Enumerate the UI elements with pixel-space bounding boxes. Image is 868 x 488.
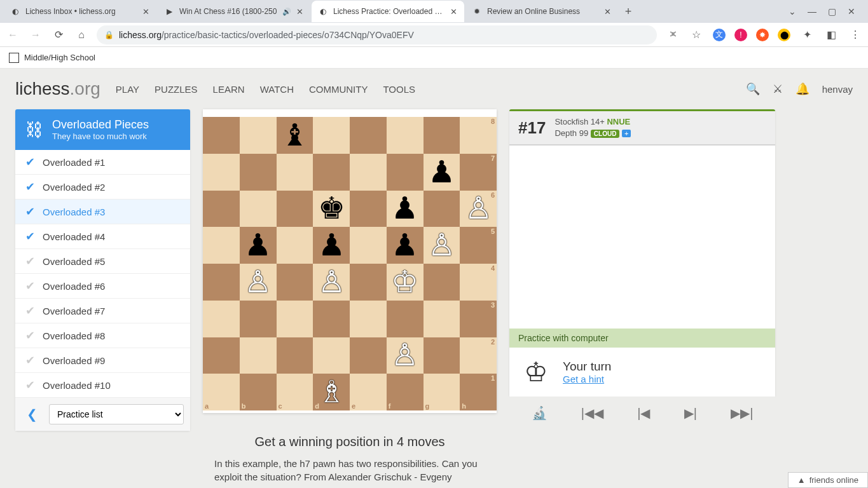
microscope-icon[interactable]: 🔬 [532,405,548,421]
search-icon[interactable]: 🔍 [746,82,760,96]
menu-icon[interactable]: ⋮ [848,27,863,43]
piece-h6[interactable]: ♙ [460,191,497,227]
square-b6[interactable] [240,191,277,227]
piece-g5[interactable]: ♙ [424,227,460,264]
plus-badge[interactable]: + [622,130,631,137]
square-a7[interactable] [203,154,240,191]
square-h1[interactable]: 1h [460,374,497,410]
challenge-icon[interactable]: ⚔ [773,82,783,96]
piece-d6[interactable]: ♚ [313,191,350,227]
browser-tab[interactable]: ▶Win At Chess #16 (1800-250🔊✕ [158,1,310,22]
nav-link[interactable]: TOOLS [383,84,415,95]
browser-tab[interactable]: ◐Lichess Inbox • lichess.org✕ [4,1,156,22]
chessboard[interactable]: 8765432abcdefg1h♝♟♟♙♚♟♟♟♙♙♙♔♙♗ [203,117,497,410]
square-b3[interactable] [240,301,277,337]
practice-list-select[interactable]: Practice list [49,404,184,424]
prev-move-button[interactable]: |◀ [637,405,650,421]
piece-b4[interactable]: ♙ [240,264,277,301]
nav-link[interactable]: WATCH [260,84,294,95]
square-b8[interactable] [240,117,277,154]
square-b2[interactable] [240,337,277,374]
square-c2[interactable] [277,337,313,374]
square-a3[interactable] [203,301,240,337]
maximize-button[interactable]: ▢ [828,6,836,17]
square-b1[interactable]: b [240,374,277,410]
close-window-button[interactable]: ✕ [848,6,855,17]
site-logo[interactable]: lichess.org [15,79,100,99]
piece-c8[interactable]: ♝ [277,117,313,154]
square-e2[interactable] [350,337,387,374]
practice-back-button[interactable]: ❮ [22,404,43,424]
nav-link[interactable]: PLAY [116,84,139,95]
browser-tab[interactable]: ✹Review an Online Business✕ [465,1,618,22]
square-h5[interactable]: 5 [460,227,497,264]
sidepanel-icon[interactable]: ◧ [823,27,839,43]
piece-d1[interactable]: ♗ [313,374,350,410]
square-e6[interactable] [350,191,387,227]
square-a5[interactable] [203,227,240,264]
practice-item[interactable]: ✔Overloaded #10 [15,373,190,398]
square-f7[interactable] [387,154,424,191]
extension-translate-icon[interactable]: 文 [713,29,726,41]
square-e3[interactable] [350,301,387,337]
practice-item[interactable]: ✔Overloaded #5 [15,249,190,274]
bookmark-item[interactable]: Middle/High School [24,53,95,62]
chevron-down-icon[interactable]: ⌄ [789,6,796,17]
square-c6[interactable] [277,191,313,227]
back-button[interactable]: ← [5,27,20,43]
square-a1[interactable]: a [203,374,240,410]
square-h7[interactable]: 7 [460,154,497,191]
piece-f6[interactable]: ♟ [387,191,424,227]
nav-link[interactable]: PUZZLES [155,84,198,95]
hint-link[interactable]: Get a hint [563,374,604,384]
square-c3[interactable] [277,301,313,337]
reload-button[interactable]: ⟳ [51,27,66,43]
square-c1[interactable]: c [277,374,313,410]
square-f1[interactable]: f [387,374,424,410]
address-bar[interactable]: 🔒 lichess.org/practice/basic-tactics/ove… [97,25,657,44]
extensions-icon[interactable]: ✦ [799,27,815,43]
square-g1[interactable]: g [424,374,460,410]
square-e8[interactable] [350,117,387,154]
audio-icon[interactable]: 🔊 [282,8,291,16]
friends-bar[interactable]: ▲ friends online [788,472,868,488]
extension-orange-icon[interactable]: ✸ [756,29,769,41]
star-icon[interactable]: ☆ [689,27,704,43]
square-g4[interactable] [424,264,460,301]
browser-tab[interactable]: ◐Lichess Practice: Overloaded Pie✕ [312,1,464,22]
piece-f4[interactable]: ♔ [387,264,424,301]
first-move-button[interactable]: |◀◀ [581,405,603,421]
square-d8[interactable] [313,117,350,154]
extension-pink-icon[interactable]: ! [734,29,747,41]
square-d3[interactable] [313,301,350,337]
practice-item[interactable]: ✔Overloaded #9 [15,348,190,373]
square-a8[interactable] [203,117,240,154]
close-tab-icon[interactable]: ✕ [449,7,458,16]
bell-icon[interactable]: 🔔 [796,82,809,96]
nav-link[interactable]: COMMUNITY [309,84,368,95]
piece-d4[interactable]: ♙ [313,264,350,301]
username[interactable]: henvay [822,84,853,95]
practice-item[interactable]: ✔Overloaded #4 [15,224,190,249]
square-c4[interactable] [277,264,313,301]
nav-link[interactable]: LEARN [213,84,245,95]
square-c5[interactable] [277,227,313,264]
forward-button[interactable]: → [28,27,43,43]
practice-item[interactable]: ✔Overloaded #1 [15,150,190,175]
square-h8[interactable]: 8 [460,117,497,154]
next-move-button[interactable]: ▶| [684,405,697,421]
home-button[interactable]: ⌂ [74,27,89,43]
square-g3[interactable] [424,301,460,337]
practice-item[interactable]: ✔Overloaded #8 [15,323,190,348]
square-d2[interactable] [313,337,350,374]
piece-d5[interactable]: ♟ [313,227,350,264]
square-g6[interactable] [424,191,460,227]
practice-item[interactable]: ✔Overloaded #6 [15,274,190,299]
square-c7[interactable] [277,154,313,191]
piece-f5[interactable]: ♟ [387,227,424,264]
practice-item[interactable]: ✔Overloaded #7 [15,299,190,323]
practice-item[interactable]: ✔Overloaded #2 [15,175,190,200]
square-e7[interactable] [350,154,387,191]
minimize-button[interactable]: — [808,6,816,17]
square-f3[interactable] [387,301,424,337]
